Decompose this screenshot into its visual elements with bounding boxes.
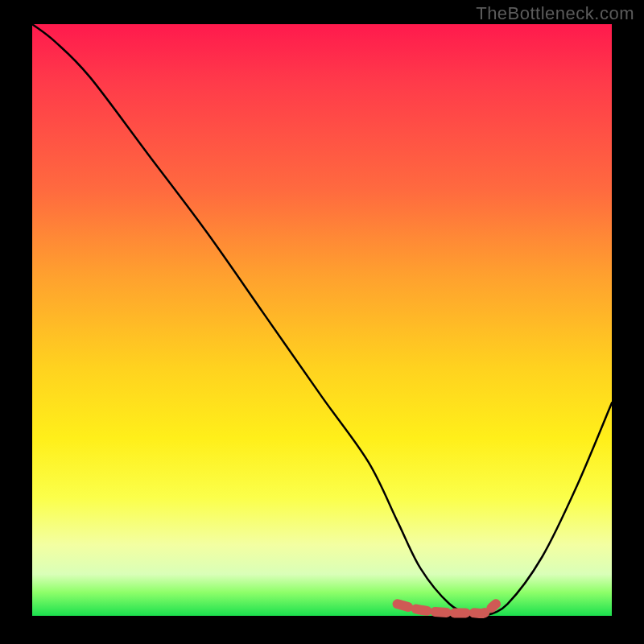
- curve-layer: [32, 24, 612, 616]
- plot-area: [32, 24, 612, 616]
- chart-frame: TheBottleneck.com: [0, 0, 644, 644]
- bottleneck-curve: [32, 24, 612, 617]
- watermark-text: TheBottleneck.com: [476, 3, 634, 24]
- flat-segment-marker: [398, 604, 496, 613]
